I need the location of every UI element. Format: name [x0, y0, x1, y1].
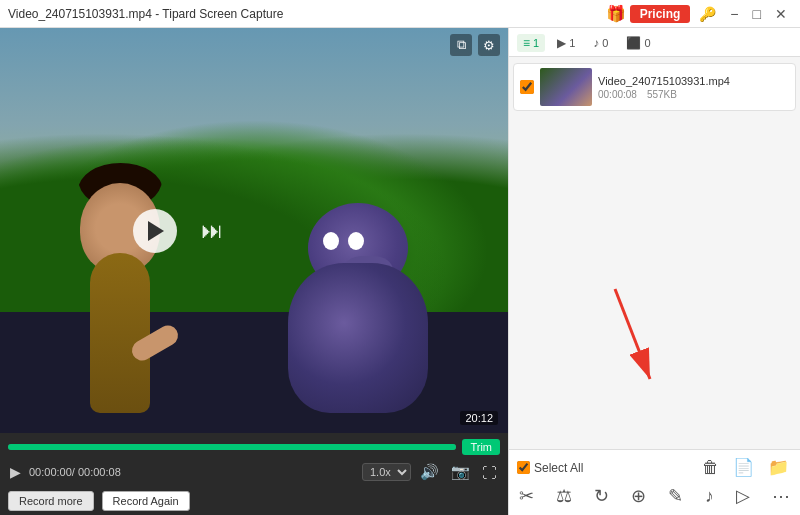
char-panther-body [288, 263, 428, 413]
volume-button[interactable]: 🔊 [417, 461, 442, 483]
key-icon-button[interactable]: 🔑 [694, 4, 721, 24]
tab-audio[interactable]: ♪ 0 [587, 34, 614, 52]
time-current: 00:00:00 [29, 466, 72, 478]
bottom-controls: Trim ▶ 00:00:00/ 00:00:08 1.0x 0.5x 1.5x… [0, 433, 508, 515]
char-panther-eye-right [348, 232, 364, 250]
video-top-controls: ⧉ ⚙ [450, 34, 500, 56]
toolbar-bottom-row: ✂ ⚖ ↻ ⊕ ✎ ♪ ▷ ⋯ [517, 483, 792, 509]
tab-play-count: 1 [569, 37, 575, 49]
tab-video-icon: ≡ [523, 36, 530, 50]
file-list: Video_240715103931.mp4 00:00:08 557KB [509, 57, 800, 334]
tab-audio-count: 0 [602, 37, 608, 49]
play-button[interactable] [133, 209, 177, 253]
left-panel: ⧉ ⚙ ⏭ 20:12 Trim ▶ 00 [0, 28, 508, 515]
record-row: Record more Record Again [0, 487, 508, 515]
titlebar-controls: 🎁 Pricing 🔑 − □ ✕ [606, 4, 792, 24]
time-display: 00:00:00/ 00:00:08 [29, 466, 121, 478]
select-all-area: Select All [517, 461, 583, 475]
select-all-checkbox[interactable] [517, 461, 530, 474]
select-all-label: Select All [534, 461, 583, 475]
file-size: 557KB [647, 89, 677, 100]
tabs-row: ≡ 1 ▶ 1 ♪ 0 ⬛ 0 [509, 28, 800, 57]
screenshot-button[interactable]: 📷 [448, 461, 473, 483]
fullscreen-button[interactable]: ⛶ [479, 462, 500, 483]
char-boy-body [90, 253, 150, 413]
bottom-toolbar: Select All 🗑 📄 📁 ✂ ⚖ ↻ ⊕ ✎ ♪ ▷ ⋯ [509, 449, 800, 515]
gift-button[interactable]: 🎁 [606, 4, 626, 23]
tab-image-icon: ⬛ [626, 36, 641, 50]
open-folder-button[interactable]: 📁 [765, 456, 792, 479]
tab-video-count: 1 [533, 37, 539, 49]
char-panther-eye-left [323, 232, 339, 250]
more-tool-button[interactable]: ⋯ [770, 483, 792, 509]
titlebar: Video_240715103931.mp4 - Tipard Screen C… [0, 0, 800, 28]
progress-track[interactable] [8, 444, 456, 450]
delete-button[interactable]: 🗑 [699, 457, 722, 479]
trim-button[interactable]: Trim [462, 439, 500, 455]
rotate-tool-button[interactable]: ↻ [592, 483, 611, 509]
record-again-button[interactable]: Record Again [102, 491, 190, 511]
new-file-button[interactable]: 📄 [730, 456, 757, 479]
file-meta: 00:00:08 557KB [598, 89, 789, 100]
settings-button[interactable]: ⚙ [478, 34, 500, 56]
characters-area [25, 109, 482, 413]
tab-video[interactable]: ≡ 1 [517, 34, 545, 52]
tab-image[interactable]: ⬛ 0 [620, 34, 656, 52]
equalizer-tool-button[interactable]: ⚖ [554, 483, 574, 509]
file-checkbox[interactable] [520, 80, 534, 94]
file-info: Video_240715103931.mp4 00:00:08 557KB [598, 75, 789, 100]
action-icons: 🗑 📄 📁 [699, 456, 792, 479]
file-name: Video_240715103931.mp4 [598, 75, 789, 87]
cut-tool-button[interactable]: ✂ [517, 483, 536, 509]
file-item: Video_240715103931.mp4 00:00:08 557KB [513, 63, 796, 111]
maximize-button[interactable]: □ [748, 4, 766, 24]
audio-tool-button[interactable]: ♪ [703, 484, 716, 509]
video-area: ⧉ ⚙ ⏭ 20:12 [0, 28, 508, 433]
progress-fill [8, 444, 456, 450]
main-layout: ⧉ ⚙ ⏭ 20:12 Trim ▶ 00 [0, 28, 800, 515]
progress-bar-area: Trim [0, 433, 508, 457]
close-button[interactable]: ✕ [770, 4, 792, 24]
file-thumb-image [540, 68, 592, 106]
tab-play-icon: ▶ [557, 36, 566, 50]
pricing-button[interactable]: Pricing [630, 5, 691, 23]
speed-select[interactable]: 1.0x 0.5x 1.5x 2.0x [362, 463, 411, 481]
toolbar-top-row: Select All 🗑 📄 📁 [517, 456, 792, 479]
file-thumbnail [540, 68, 592, 106]
speed-tool-button[interactable]: ▷ [734, 483, 752, 509]
merge-tool-button[interactable]: ⊕ [629, 483, 648, 509]
next-button[interactable]: ⏭ [201, 218, 223, 244]
char-panther [268, 213, 448, 413]
play-pause-button[interactable]: ▶ [8, 462, 23, 482]
file-duration: 00:00:08 [598, 89, 637, 100]
play-triangle-icon [148, 221, 164, 241]
time-total: 00:00:08 [78, 466, 121, 478]
playback-row: ▶ 00:00:00/ 00:00:08 1.0x 0.5x 1.5x 2.0x… [0, 457, 508, 487]
play-overlay: ⏭ [133, 209, 223, 253]
edit-tool-button[interactable]: ✎ [666, 483, 685, 509]
timestamp: 20:12 [460, 411, 498, 425]
tab-audio-icon: ♪ [593, 36, 599, 50]
tab-play[interactable]: ▶ 1 [551, 34, 581, 52]
record-more-button[interactable]: Record more [8, 491, 94, 511]
minimize-button[interactable]: − [725, 4, 743, 24]
titlebar-title: Video_240715103931.mp4 - Tipard Screen C… [8, 7, 606, 21]
pip-button[interactable]: ⧉ [450, 34, 472, 56]
tab-image-count: 0 [644, 37, 650, 49]
right-panel: ≡ 1 ▶ 1 ♪ 0 ⬛ 0 [508, 28, 800, 515]
